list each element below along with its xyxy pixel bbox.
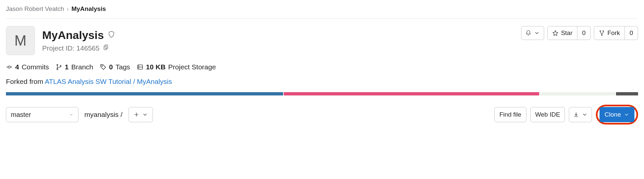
- language-segment[interactable]: [6, 92, 283, 95]
- disk-icon: [137, 64, 143, 70]
- breadcrumb-owner[interactable]: Jason Robert Veatch: [6, 5, 64, 13]
- tag-icon: [100, 64, 106, 70]
- fork-icon: [599, 30, 605, 36]
- branch-selector[interactable]: master: [6, 107, 78, 122]
- storage-stat[interactable]: 10 KB Project Storage: [137, 63, 216, 71]
- tags-count: 0: [109, 63, 113, 71]
- language-bar[interactable]: [6, 92, 638, 95]
- clone-button[interactable]: Clone: [600, 107, 634, 122]
- forked-from-row: Forked from ATLAS Analysis SW Tutorial /…: [6, 78, 638, 86]
- repo-toolbar-right: Find file Web IDE Clone: [494, 105, 638, 125]
- repo-path-name: myanalysis: [84, 111, 119, 118]
- project-id-text: Project ID: 146565: [42, 44, 100, 52]
- plus-icon: [133, 112, 139, 118]
- commits-count: 4: [15, 63, 19, 71]
- commits-label: Commits: [22, 63, 49, 71]
- svg-point-3: [603, 31, 604, 32]
- svg-point-8: [60, 65, 61, 66]
- svg-rect-0: [105, 45, 108, 49]
- project-title: MyAnalysis: [42, 29, 104, 42]
- breadcrumb: Jason Robert Veatch › MyAnalysis: [6, 5, 638, 13]
- clone-label: Clone: [604, 111, 621, 118]
- chevron-down-icon: [582, 112, 588, 118]
- star-icon: [552, 30, 558, 36]
- branches-label: Branch: [71, 63, 93, 71]
- language-segment[interactable]: [616, 92, 638, 95]
- star-button-group: Star 0: [547, 26, 591, 40]
- storage-label: Project Storage: [168, 63, 216, 71]
- fork-button-group: Fork 0: [594, 26, 638, 40]
- svg-point-12: [138, 68, 139, 69]
- branches-stat[interactable]: 1 Branch: [56, 63, 93, 71]
- project-header-right: Star 0 Fork 0: [521, 26, 638, 40]
- tags-stat[interactable]: 0 Tags: [100, 63, 130, 71]
- download-button[interactable]: [569, 107, 592, 122]
- svg-point-6: [57, 64, 58, 65]
- svg-point-9: [102, 65, 102, 66]
- download-icon: [573, 112, 579, 118]
- star-count[interactable]: 0: [577, 26, 591, 40]
- project-header: M MyAnalysis Project ID: 146565: [6, 26, 638, 55]
- language-segment[interactable]: [540, 92, 615, 95]
- repo-toolbar-left: master myanalysis /: [6, 107, 153, 122]
- fork-label: Fork: [607, 29, 620, 37]
- forked-prefix: Forked from: [6, 78, 45, 85]
- chevron-down-icon: [624, 112, 629, 118]
- commits-stat[interactable]: 4 Commits: [6, 63, 49, 71]
- breadcrumb-separator: ›: [67, 5, 69, 13]
- chevron-down-icon: [142, 112, 148, 118]
- svg-point-4: [601, 35, 602, 36]
- project-header-left: M MyAnalysis Project ID: 146565: [6, 26, 115, 55]
- copy-icon[interactable]: [103, 44, 109, 53]
- svg-rect-1: [104, 46, 106, 50]
- repo-path[interactable]: myanalysis /: [84, 111, 123, 119]
- svg-point-5: [8, 66, 11, 68]
- web-ide-button[interactable]: Web IDE: [530, 107, 565, 122]
- project-stats: 4 Commits 1 Branch 0 Tags 10 KB Project …: [6, 63, 638, 71]
- branch-icon: [56, 64, 62, 70]
- language-segment[interactable]: [284, 92, 539, 95]
- add-dropdown-button[interactable]: [129, 107, 153, 122]
- project-title-block: MyAnalysis Project ID: 146565: [42, 29, 115, 53]
- clone-highlight-annotation: Clone: [596, 105, 638, 125]
- project-avatar: M: [6, 26, 35, 55]
- fork-button[interactable]: Fork: [594, 26, 625, 40]
- branches-count: 1: [65, 63, 69, 71]
- chevron-down-icon: [534, 30, 540, 36]
- tags-label: Tags: [115, 63, 130, 71]
- bell-icon: [525, 30, 531, 36]
- project-id-line: Project ID: 146565: [42, 44, 115, 53]
- svg-point-11: [138, 66, 139, 66]
- repo-toolbar: master myanalysis / Find file Web IDE Cl…: [6, 105, 638, 125]
- svg-point-7: [57, 69, 58, 70]
- star-button[interactable]: Star: [547, 26, 577, 40]
- branch-name: master: [11, 111, 31, 119]
- star-label: Star: [561, 29, 572, 37]
- find-file-button[interactable]: Find file: [494, 107, 526, 122]
- notification-button[interactable]: [521, 26, 544, 40]
- forked-from-link[interactable]: ATLAS Analysis SW Tutorial / MyAnalysis: [45, 78, 172, 85]
- svg-point-2: [600, 31, 601, 32]
- fork-count[interactable]: 0: [625, 26, 638, 40]
- shield-icon[interactable]: [108, 30, 115, 40]
- storage-size: 10 KB: [146, 63, 166, 71]
- divider: [6, 18, 638, 19]
- breadcrumb-current: MyAnalysis: [72, 5, 106, 13]
- commit-icon: [6, 64, 13, 70]
- project-title-line: MyAnalysis: [42, 29, 115, 42]
- chevron-down-icon: [69, 112, 73, 117]
